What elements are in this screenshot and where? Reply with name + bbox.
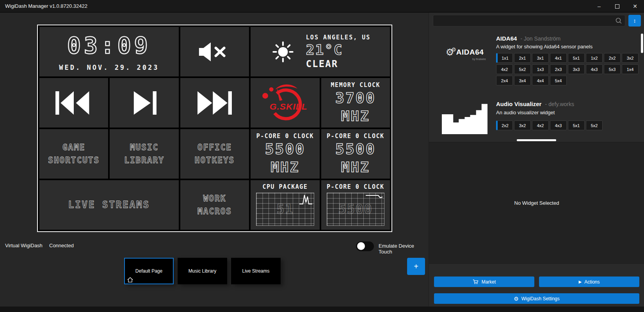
size-button[interactable]: 2x4 [496,76,513,85]
close-button[interactable]: ✕ [626,0,644,12]
size-button[interactable]: 2x1 [514,53,531,63]
skip-next-icon [132,91,157,115]
clock-date: WED. NOV. 29. 2023 [59,64,159,71]
tile-media-forward[interactable] [180,78,249,128]
clock-time: 03:09 [67,32,151,59]
window-title: WigiDash Manager v1.0.8720.32422 [0,3,87,9]
size-button[interactable]: 3x2 [514,121,531,130]
weather-location: LOS ANGELES, US [306,34,370,41]
audio-visualizer-size-options: 2x2 3x2 4x2 4x3 5x1 5x2 [496,121,642,130]
audio-visualizer-logo[interactable] [442,100,487,134]
widget-settings-panel: No Widget Selected [429,142,644,264]
size-button[interactable]: 3x4 [514,76,531,85]
tile-office-hotkeys[interactable]: OFFICE HOTKEYS [180,129,249,179]
tile-clock[interactable]: 03:09 WED. NOV. 29. 2023 [39,27,179,76]
titlebar: WigiDash Manager v1.0.8720.32422 – ✕ [0,0,644,12]
work-macros-line2: MACROS [197,205,232,218]
emulate-touch-toggle[interactable] [356,241,374,251]
device-grid: 03:09 WED. NOV. 29. 2023 [37,25,392,232]
actions-button[interactable]: ▶ Actions [539,277,639,287]
size-button[interactable]: 5x1 [568,121,585,130]
page-tab-default[interactable]: Default Page [124,258,174,284]
size-button[interactable]: 5x2 [514,64,531,74]
tile-pcore-clock-1[interactable]: P-CORE 0 CLOCK 5500 MHZ [251,129,319,179]
tile-media-previous[interactable] [39,78,108,128]
widget-name: Audio Visualizer [496,101,541,107]
widget-description: An audio visualizer widget [496,110,555,115]
widget-list-hscrollbar-thumb[interactable] [517,139,556,141]
size-button[interactable]: 1x4 [622,64,639,74]
market-button[interactable]: Market [434,277,534,287]
device-name-label: Virtual WigiDash [5,243,43,248]
connection-status: Connected [49,243,74,248]
settings-button-label: WigiDash Settings [521,296,560,301]
weather-condition: CLEAR [306,58,370,69]
tile-memory-clock[interactable]: MEMORY CLOCK 3700 MHZ [321,78,390,128]
aida64-logo-text: AIDA64 [456,48,484,57]
tile-pcore-graph[interactable]: P-CORE 0 CLOCK 5500 [321,180,390,230]
size-button[interactable]: 4x3 [586,64,603,74]
page-tab-live-streams[interactable]: Live Streams [231,258,281,284]
size-button[interactable]: 1x3 [532,64,549,74]
size-button[interactable]: 3x2 [622,53,639,63]
size-button[interactable]: 2x2 [496,121,513,130]
size-button[interactable]: 3x3 [568,64,585,74]
tile-music-library[interactable]: MUSIC LIBRARY [110,129,178,179]
play-icon: ▶ [578,280,582,284]
size-button[interactable]: 2x2 [604,53,621,63]
search-input[interactable] [436,15,612,26]
sidebar-scrollbar-thumb[interactable] [641,34,643,53]
size-button[interactable]: 5x1 [568,53,585,63]
emulate-touch-label: Emulate Device Touch [379,243,429,255]
tile-cpu-package-graph[interactable]: CPU PACKAGE 51 [251,180,319,230]
widget-sidebar: ↕ ⚙ ⚙ AIDA64 by finalwire AIDA64 - Jon S… [429,12,644,307]
mute-icon [198,41,231,63]
size-button[interactable]: 4x2 [496,64,513,74]
page-tab-music-library[interactable]: Music Library [178,258,227,284]
tile-weather[interactable]: LOS ANGELES, US 21°C CLEAR [251,27,390,76]
tile-mute[interactable] [180,27,249,76]
add-page-button[interactable]: + [407,258,425,275]
widget-author: - defy.works [545,101,574,107]
aida64-widget-logo[interactable]: ⚙ ⚙ AIDA64 by finalwire [442,39,487,68]
tile-media-next[interactable] [110,78,178,128]
device-preview-panel: 03:09 WED. NOV. 29. 2023 [0,12,429,307]
market-button-label: Market [482,279,496,285]
tile-gskill[interactable]: G.SKILL [251,78,319,128]
office-hotkeys-line2: HOTKEYS [195,154,235,167]
size-button[interactable]: 1x2 [586,53,603,63]
sort-button[interactable]: ↕ [628,15,641,27]
size-button[interactable]: 4x3 [550,121,567,130]
pcore-clock-unit: MHZ [270,159,299,176]
work-macros-line1: WORK [197,192,232,205]
skip-previous-icon [55,91,93,115]
tile-work-macros[interactable]: WORK MACROS [180,180,249,230]
tile-live-streams[interactable]: LIVE STREAMS [39,180,179,230]
widget-name: AIDA64 [496,35,517,42]
size-button[interactable]: 4x4 [532,76,549,85]
size-button[interactable]: 1x1 [496,53,513,63]
size-button[interactable]: 5x2 [586,121,603,130]
maximize-button[interactable] [608,0,626,12]
page-tab-label: Live Streams [242,268,269,274]
size-button[interactable]: 3x1 [532,53,549,63]
cpu-graph-title: CPU PACKAGE [251,183,319,190]
wigidash-settings-button[interactable]: ⚙ WigiDash Settings [434,293,639,304]
page-tab-label: Default Page [135,268,162,274]
minimize-button[interactable]: – [590,0,608,12]
size-button[interactable]: 5x4 [550,76,567,85]
window-bottom-strip [0,307,644,312]
pcore-graph: 5500 [327,193,384,226]
pcore-clock-title: P-CORE 0 CLOCK [251,133,319,140]
gear-icon: ⚙ [514,296,519,302]
size-button[interactable]: 4x2 [532,121,549,130]
size-button[interactable]: 2x3 [550,64,567,74]
tile-pcore-clock-2[interactable]: P-CORE 0 CLOCK 5500 MHZ [321,129,390,179]
pcore-clock-value: 5500 [265,140,306,159]
tile-game-shortcuts[interactable]: GAME SHORTCUTS [39,129,108,179]
widget-title-row: AIDA64 - Jon Sandström [496,35,560,42]
size-button[interactable]: 5x3 [604,64,621,74]
size-button[interactable]: 4x1 [550,53,567,63]
close-icon: ✕ [633,3,637,9]
music-library-line2: LIBRARY [124,154,164,167]
